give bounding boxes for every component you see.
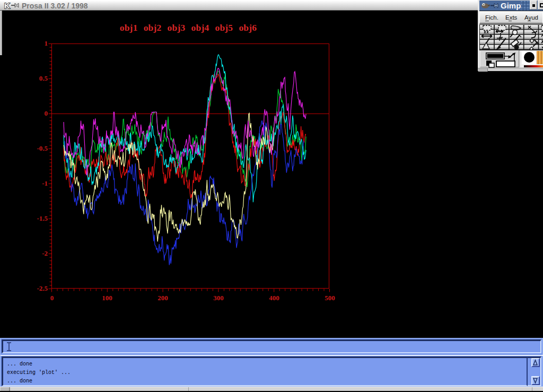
- svg-text:0: 0: [45, 109, 48, 117]
- svg-text:-2: -2: [42, 249, 48, 257]
- svg-text:400: 400: [269, 294, 279, 302]
- svg-text:Gimp: Gimp: [501, 1, 521, 10]
- svg-text:0: 0: [50, 294, 54, 302]
- svg-text:-1: -1: [42, 179, 48, 187]
- svg-text:obj1 obj2 obj3 obj4 obj5 obj6: obj1 obj2 obj3 obj4 obj5 obj6: [120, 22, 257, 33]
- svg-text:500: 500: [325, 294, 335, 302]
- svg-text:100: 100: [102, 294, 112, 302]
- svg-text:-2.5: -2.5: [37, 284, 48, 292]
- svg-text:0.5: 0.5: [39, 74, 48, 82]
- svg-text:1: 1: [45, 39, 48, 47]
- svg-text:300: 300: [213, 294, 224, 302]
- svg-text:-0.5: -0.5: [37, 144, 48, 152]
- svg-text:-1.5: -1.5: [37, 214, 48, 222]
- svg-text:200: 200: [157, 294, 168, 302]
